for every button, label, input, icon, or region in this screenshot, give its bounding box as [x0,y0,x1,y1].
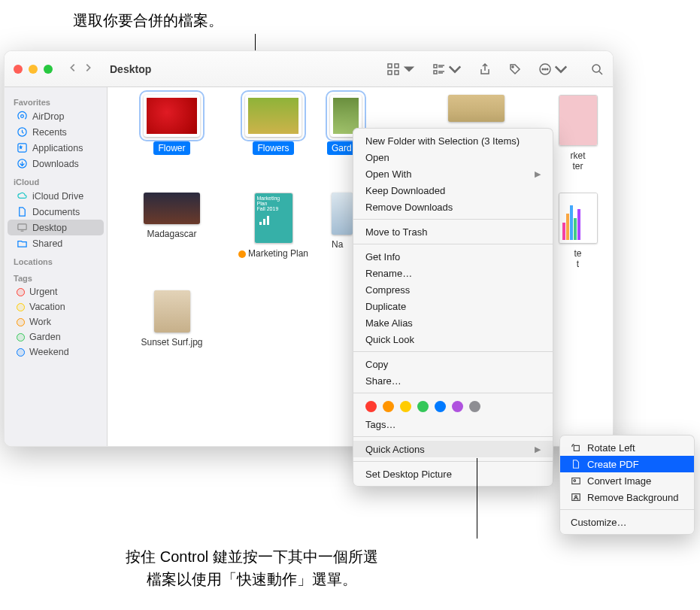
sidebar-tag-work[interactable]: Work [8,314,104,329]
sidebar-tag-garden[interactable]: Garden [8,329,104,344]
qa-create-pdf[interactable]: Create PDF [560,456,694,472]
sidebar-item-recents[interactable]: Recents [8,124,104,140]
ctx-quick-look[interactable]: Quick Look [353,331,553,347]
ctx-remove-downloads[interactable]: Remove Downloads [353,199,553,215]
tag-color-orange[interactable] [383,401,394,412]
sidebar-label: Urgent [29,287,58,297]
ctx-get-info[interactable]: Get Info [353,248,553,265]
sidebar-label: Vacation [29,302,65,312]
sidebar-label: Recents [32,127,67,138]
view-icon-grid[interactable] [386,62,416,76]
ctx-make-alias[interactable]: Make Alias [353,314,553,331]
sidebar-tag-vacation[interactable]: Vacation [8,299,104,314]
ctx-tag-colors [353,397,553,416]
sidebar-item-icloud-drive[interactable]: iCloud Drive [8,188,104,204]
file-marketing-plan[interactable]: MarketingPlanFall 2019Marketing Plan [223,190,324,287]
sidebar-item-shared[interactable]: Shared [8,235,104,251]
sidebar-item-downloads[interactable]: Downloads [8,156,104,171]
minimize-button[interactable] [29,65,38,74]
separator [353,244,553,244]
forward-button[interactable] [83,62,93,75]
quick-actions-submenu: Rotate Left Create PDF Convert Image Rem… [559,435,695,535]
ctx-compress[interactable]: Compress [353,281,553,298]
ctx-new-folder[interactable]: New Folder with Selection (3 Items) [353,132,553,149]
search-icon[interactable] [590,62,604,76]
file-madagascar[interactable]: Madagascar [121,190,223,287]
thumbnail [332,193,353,235]
qa-customize[interactable]: Customize… [560,514,694,530]
file-name: Marketing Plan [238,248,308,259]
sidebar-item-airdrop[interactable]: AirDrop [8,108,104,124]
qa-remove-background[interactable]: Remove Background [560,489,694,505]
ctx-duplicate[interactable]: Duplicate [353,298,553,314]
group-icon[interactable] [432,62,462,76]
svg-rect-22 [259,222,262,225]
share-icon[interactable] [478,62,492,76]
qa-convert-image[interactable]: Convert Image [560,472,694,489]
tag-color-purple[interactable] [452,401,463,412]
more-icon[interactable] [538,62,568,76]
sidebar: Favorites AirDrop Recents Applications D… [5,87,108,446]
download-icon [17,158,28,169]
ctx-rename[interactable]: Rename… [353,265,553,281]
back-button[interactable] [68,62,78,75]
annotation-top: 選取你要合併的檔案。 [39,9,257,32]
sidebar-heading-favorites: Favorites [5,95,107,108]
tag-dot [17,288,25,296]
ctx-tags[interactable]: Tags… [353,416,553,432]
chevron-right-icon: ▶ [535,445,541,454]
svg-point-15 [592,65,600,72]
svg-rect-7 [434,71,437,74]
chevron-right-icon: ▶ [535,169,541,179]
ctx-open-with[interactable]: Open With▶ [353,165,553,182]
sidebar-item-desktop[interactable]: Desktop [8,220,104,235]
sidebar-tag-weekend[interactable]: Weekend [8,344,104,360]
separator [353,219,553,220]
tag-icon[interactable] [508,62,522,76]
file-name: Gard [327,141,356,155]
sidebar-label: Shared [32,238,62,249]
svg-rect-23 [263,219,265,225]
tag-color-red[interactable] [365,401,377,412]
file-sunset-surf[interactable]: Sunset Surf.jpg [121,287,223,385]
sidebar-item-applications[interactable]: Applications [8,140,104,156]
sidebar-label: Desktop [32,223,67,233]
clock-icon [17,126,28,138]
ctx-share[interactable]: Share… [353,372,553,389]
create-pdf-icon [571,459,581,469]
file-flower[interactable]: Flower [121,92,223,190]
qa-rotate-left[interactable]: Rotate Left [560,439,694,456]
tag-color-green[interactable] [417,401,429,412]
ctx-move-to-trash[interactable]: Move to Trash [353,223,553,240]
sidebar-tag-urgent[interactable]: Urgent [8,284,104,299]
ctx-copy[interactable]: Copy [353,356,553,372]
file-name: Flower [153,141,189,155]
context-menu: New Folder with Selection (3 Items) Open… [353,128,553,487]
file-name: Sunset Surf.jpg [141,337,202,347]
tag-color-gray[interactable] [469,401,480,412]
maximize-button[interactable] [44,65,53,74]
separator [353,393,553,393]
annotation-line [477,458,477,539]
ctx-keep-downloaded[interactable]: Keep Downloaded [353,182,553,199]
sidebar-label: Weekend [29,347,69,357]
tag-badge [238,250,246,258]
sidebar-item-documents[interactable]: Documents [8,204,104,220]
svg-rect-0 [388,64,392,68]
doc-icon [17,206,28,217]
ctx-open[interactable]: Open [353,149,553,165]
thumbnail [245,95,302,137]
desktop-icon [17,222,28,233]
close-button[interactable] [14,65,23,74]
tag-color-blue[interactable] [435,401,446,412]
ctx-set-desktop-picture[interactable]: Set Desktop Picture [353,466,553,482]
file-flowers[interactable]: Flowers [223,92,324,190]
window-title: Desktop [110,63,151,75]
ctx-quick-actions[interactable]: Quick Actions▶ [353,441,553,457]
svg-rect-25 [574,445,579,451]
file-name: Na [332,239,343,250]
thumbnail [154,290,190,332]
separator [353,461,553,462]
sidebar-label: Garden [29,332,61,342]
tag-color-yellow[interactable] [400,401,411,412]
